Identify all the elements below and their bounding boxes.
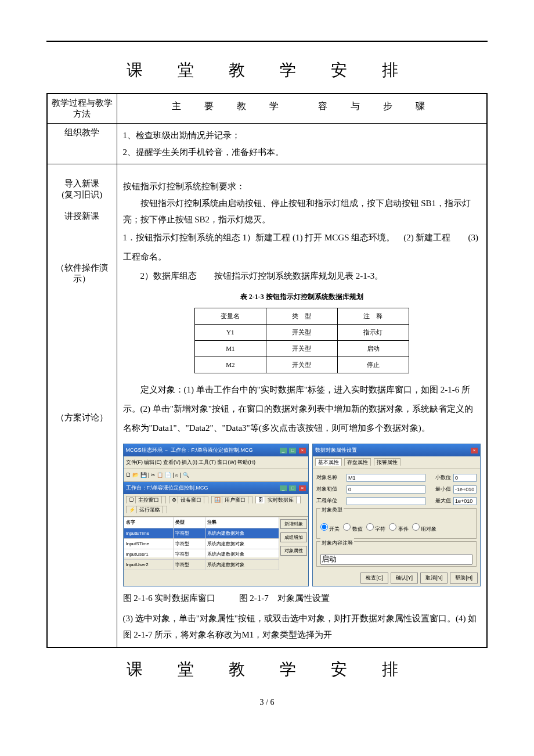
tab-label: 设备窗口 <box>178 496 204 503</box>
group-add-button[interactable]: 成组增加 <box>280 532 307 542</box>
hdr-left: 教学过程与教学方法 <box>47 93 117 124</box>
close-icon[interactable]: × <box>299 448 306 453</box>
list-row[interactable]: InputUser1 字符型 系统内建数据对象 <box>124 549 279 559</box>
input-max[interactable] <box>453 497 477 505</box>
page-number: 3 / 6 <box>46 698 488 707</box>
subtable-head: 变量名 类 型 注 释 <box>194 308 409 325</box>
list-row[interactable]: InputETime 字符型 系统内建数据对象 <box>124 528 279 538</box>
mcgs-toolbar[interactable]: 🗋 📂 💾 | ✂ 📋 📄 | ⎌ | 🔍 <box>124 469 308 482</box>
properties-dialog: 数据对象属性设置 × 基本属性 存盘属性 报警属性 对象名称 <box>312 444 481 586</box>
radio-input[interactable] <box>343 523 351 531</box>
str0c2: 指示灯 <box>337 325 409 341</box>
row-init: 对象初值 最小值 <box>316 484 477 494</box>
row-unit: 工程单位 最大值 <box>316 496 477 506</box>
tab-storage-props[interactable]: 存盘属性 <box>344 458 371 466</box>
maximize-icon[interactable]: □ <box>289 485 296 491</box>
mcgs-inner-title-text: 工作台：F:\单容液位定值控制.MCG <box>126 483 208 493</box>
radio-string[interactable]: 字符 <box>366 523 386 534</box>
inner-window-controls: _ □ × <box>279 483 306 493</box>
lh-name: 名字 <box>124 517 173 528</box>
prop-tabs: 基本属性 存盘属性 报警属性 <box>313 456 480 469</box>
cell: 字符型 <box>173 528 205 538</box>
cancel-button[interactable]: 取消[N] <box>420 573 448 584</box>
mcgs-menubar[interactable]: 文件(F) 编辑(E) 查看(V) 插入(I) 工具(T) 窗口(W) 帮助(H… <box>124 456 308 469</box>
minimize-icon[interactable]: _ <box>280 448 287 453</box>
maximize-icon[interactable]: □ <box>289 448 296 453</box>
sec1-line2: 2、提醒学生关闭手机铃音，准备好书本。 <box>123 144 481 161</box>
str1c0: M1 <box>194 341 266 357</box>
sec2-left: 导入新课 (复习旧识) 讲授新课 （软件操作演示） （方案讨论） <box>47 164 117 647</box>
tab-basic-props[interactable]: 基本属性 <box>315 458 342 466</box>
sth-2: 注 释 <box>337 308 409 325</box>
str1c2: 启动 <box>337 341 409 357</box>
radio-switch[interactable]: 开关 <box>320 523 340 534</box>
group-type-title: 对象类型 <box>320 505 344 515</box>
tab-realtime-db[interactable]: 🗄 实时数据库 <box>255 496 301 503</box>
input-decimals[interactable] <box>453 474 477 482</box>
tab-user-window[interactable]: 🪟 用户窗口 <box>211 496 253 503</box>
str2c1: 开关型 <box>266 357 337 373</box>
input-min[interactable] <box>453 485 477 494</box>
radios-row: 开关 数值 字符 事件 组对象 <box>320 521 472 537</box>
cell: 系统内建数据对象 <box>205 560 279 570</box>
radio-event[interactable]: 事件 <box>389 523 409 534</box>
subtable-row: Y1 开关型 指示灯 <box>194 325 409 341</box>
list-row[interactable]: InputUser2 字符型 系统内建数据对象 <box>124 560 279 570</box>
ok-button[interactable]: 确认[Y] <box>391 573 418 584</box>
tab-alarm-props[interactable]: 报警属性 <box>374 458 400 466</box>
tab-label: 运行策略 <box>136 506 163 513</box>
para3: (3) 选中对象，单击"对象属性"按钮，或双击选中对象，则打开数据对象属性设置窗… <box>123 610 481 643</box>
close-icon[interactable]: × <box>299 485 306 491</box>
label-objname: 对象名称 <box>316 473 344 483</box>
sth-1: 类 型 <box>266 308 337 325</box>
subtable-row: M1 开关型 启动 <box>194 341 409 357</box>
para2: 定义对象：(1) 单击工作台中的"实时数据库"标签，进入实时数据库窗口，如图 2… <box>123 380 481 438</box>
radio-label: 字符 <box>375 526 385 532</box>
object-properties-button[interactable]: 对象属性 <box>280 546 307 556</box>
list-row[interactable]: InputSTime 字符型 系统内建数据对象 <box>124 538 279 549</box>
radio-input[interactable] <box>320 523 328 531</box>
new-object-button[interactable]: 新增对象 <box>280 519 307 529</box>
tab-label: 实时数据库 <box>265 496 297 503</box>
group-comment-title: 对象内容注释 <box>320 538 354 548</box>
radio-input[interactable] <box>366 523 374 531</box>
radio-input[interactable] <box>389 523 396 531</box>
screenshot-row: MCGS组态环境 － 工作台：F:\单容液位定值控制.MCG _ □ × 文件(… <box>123 444 481 586</box>
step1-b: 2）数据库组态 按钮指示灯控制系统数据库规划见表 2-1-3。 <box>123 267 481 286</box>
radio-numeric[interactable]: 数值 <box>343 523 363 534</box>
tab-device-window[interactable]: ⚙ 设备窗口 <box>169 496 209 503</box>
sec1-line1: 1、检查班级出勤情况并记录； <box>123 127 481 144</box>
input-objname[interactable] <box>347 474 425 482</box>
help-button[interactable]: 帮助[H] <box>450 573 478 584</box>
sth-0: 变量名 <box>194 308 266 325</box>
radio-group[interactable]: 组对象 <box>412 523 437 534</box>
hdr-right: 主 要 教 学 容 与 步 骤 <box>117 93 487 124</box>
sec1-right: 1、检查班级出勤情况并记录； 2、提醒学生关闭手机铃音，准备好书本。 <box>117 124 487 164</box>
sec2-left-l2: (复习旧识) <box>50 189 114 200</box>
section-row-1: 组织教学 1、检查班级出勤情况并记录； 2、提醒学生关闭手机铃音，准备好书本。 <box>47 124 487 164</box>
input-comment[interactable] <box>320 554 472 565</box>
tab-run-strategy[interactable]: ⚡ 运行策略 <box>126 506 168 513</box>
minimize-icon[interactable]: _ <box>280 485 287 491</box>
prop-title-text: 数据对象属性设置 <box>315 445 357 455</box>
prop-body: 对象名称 小数位 对象初值 最小值 工程单位 <box>313 469 480 570</box>
object-list[interactable]: 名字 类型 注释 InputETime 字符型 系统内建数据对象 InputST… <box>124 517 279 570</box>
str2c2: 停止 <box>337 357 409 373</box>
input-init[interactable] <box>347 485 425 494</box>
close-icon[interactable]: × <box>471 448 478 453</box>
prop-window-controls: × <box>470 445 478 455</box>
sec1-left: 组织教学 <box>47 124 117 164</box>
lh-type: 类型 <box>173 517 205 528</box>
side-buttons: 新增对象 成组增加 对象属性 <box>279 517 308 557</box>
input-unit[interactable] <box>347 497 425 505</box>
mcgs-titlebar: MCGS组态环境 － 工作台：F:\单容液位定值控制.MCG _ □ × <box>124 444 308 456</box>
label-unit: 工程单位 <box>316 496 344 506</box>
label-init: 对象初值 <box>316 484 344 494</box>
radio-input[interactable] <box>412 523 420 531</box>
tab-label: 主控窗口 <box>135 496 162 503</box>
section-row-2: 导入新课 (复习旧识) 讲授新课 （软件操作演示） （方案讨论） 按钮指示灯控制… <box>47 164 487 647</box>
fig-caption-1: 图 2-1-6 实时数据库窗口 <box>123 590 216 607</box>
tab-main-window[interactable]: 🖵 主控窗口 <box>126 496 167 503</box>
figure-captions: 图 2-1-6 实时数据库窗口 图 2-1-7 对象属性设置 <box>123 590 481 607</box>
check-button[interactable]: 检查[C] <box>360 573 388 584</box>
